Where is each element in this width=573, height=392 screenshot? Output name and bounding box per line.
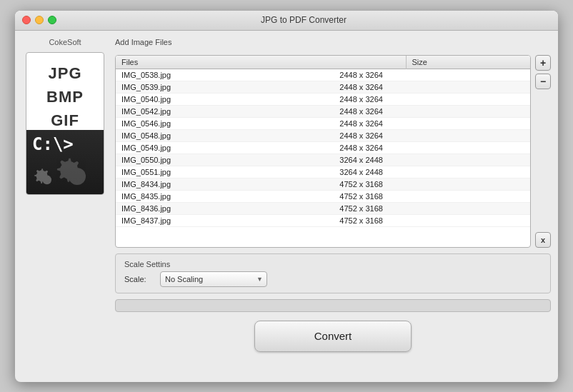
- table-row[interactable]: IMG_0549.jpg2448 x 3264: [116, 141, 530, 154]
- format-gif: GIF: [51, 109, 79, 132]
- table-row[interactable]: IMG_0551.jpg3264 x 2448: [116, 166, 530, 178]
- table-row[interactable]: IMG_0550.jpg3264 x 2448: [116, 154, 530, 166]
- col-files: Files: [116, 56, 406, 69]
- file-table-scroll[interactable]: IMG_0538.jpg2448 x 3264IMG_0539.jpg2448 …: [116, 69, 530, 244]
- scale-label: Scale:: [124, 275, 153, 283]
- minimize-button[interactable]: [35, 16, 44, 24]
- table-row[interactable]: IMG_8435.jpg4752 x 3168: [116, 190, 530, 202]
- file-size: 2448 x 3264: [334, 81, 530, 93]
- file-table-body: IMG_0538.jpg2448 x 3264IMG_0539.jpg2448 …: [116, 69, 530, 227]
- file-name: IMG_8436.jpg: [116, 202, 334, 214]
- file-list-section: Files Size IMG_0538.jpg2448 x 3264IMG_05…: [115, 55, 551, 248]
- file-size: 4752 x 3168: [334, 214, 530, 226]
- top-buttons: + −: [535, 55, 551, 89]
- scale-section: Scale Settins Scale: No ScalingFit to Pa…: [115, 253, 551, 293]
- file-size: 3264 x 2448: [334, 154, 530, 166]
- sidebar-image: C:\>: [26, 130, 104, 194]
- file-size: 2448 x 3264: [334, 93, 530, 105]
- sidebar-card: JPG BMP GIF PNG TIFF C:\>: [26, 52, 104, 195]
- table-row[interactable]: IMG_8434.jpg4752 x 3168: [116, 178, 530, 190]
- file-size: 4752 x 3168: [334, 202, 530, 214]
- progress-bar: [115, 299, 551, 312]
- main-window: JPG to PDF Converter CokeSoft JPG BMP GI…: [15, 11, 558, 382]
- titlebar: JPG to PDF Converter: [15, 11, 558, 31]
- file-name: IMG_0540.jpg: [116, 93, 334, 105]
- scale-row: Scale: No ScalingFit to PageFit WidthFit…: [124, 271, 542, 287]
- scale-section-label: Scale Settins: [124, 260, 542, 268]
- file-name: IMG_8437.jpg: [116, 214, 334, 226]
- table-row[interactable]: IMG_0546.jpg2448 x 3264: [116, 117, 530, 129]
- table-row[interactable]: IMG_8437.jpg4752 x 3168: [116, 214, 530, 226]
- file-name: IMG_0551.jpg: [116, 166, 334, 178]
- maximize-button[interactable]: [48, 16, 56, 24]
- table-row[interactable]: IMG_0538.jpg2448 x 3264: [116, 69, 530, 81]
- table-row[interactable]: IMG_0540.jpg2448 x 3264: [116, 93, 530, 105]
- file-size: 2448 x 3264: [334, 129, 530, 141]
- file-list-buttons: + − x: [535, 55, 551, 248]
- window-title: JPG to PDF Converter: [56, 15, 551, 25]
- file-size: 3264 x 2448: [334, 166, 530, 178]
- sidebar: CokeSoft JPG BMP GIF PNG TIFF C:\>: [22, 38, 108, 375]
- close-button[interactable]: [22, 16, 31, 24]
- brand-label: CokeSoft: [49, 38, 81, 46]
- clear-files-button[interactable]: x: [535, 232, 551, 248]
- file-table-container: Files Size IMG_0538.jpg2448 x 3264IMG_05…: [115, 55, 531, 248]
- file-size: 2448 x 3264: [334, 69, 530, 81]
- files-section-label: Add Image Files: [115, 38, 551, 46]
- add-file-button[interactable]: +: [535, 55, 551, 71]
- table-row[interactable]: IMG_0548.jpg2448 x 3264: [116, 129, 530, 141]
- file-name: IMG_0549.jpg: [116, 141, 334, 154]
- scale-select-wrapper: No ScalingFit to PageFit WidthFit Height…: [160, 271, 267, 287]
- gear-icon-small: [30, 162, 66, 194]
- content-area: CokeSoft JPG BMP GIF PNG TIFF C:\>: [15, 31, 558, 382]
- file-name: IMG_0539.jpg: [116, 81, 334, 93]
- file-size: 4752 x 3168: [334, 190, 530, 202]
- remove-file-button[interactable]: −: [535, 74, 551, 89]
- file-name: IMG_0550.jpg: [116, 154, 334, 166]
- file-size: 2448 x 3264: [334, 105, 530, 117]
- file-table: Files Size: [116, 56, 530, 69]
- file-name: IMG_8435.jpg: [116, 190, 334, 202]
- file-size: 2448 x 3264: [334, 141, 530, 154]
- file-name: IMG_0542.jpg: [116, 105, 334, 117]
- file-name: IMG_8434.jpg: [116, 178, 334, 190]
- format-jpg: JPG: [48, 61, 81, 85]
- table-row[interactable]: IMG_0539.jpg2448 x 3264: [116, 81, 530, 93]
- convert-button[interactable]: Convert: [254, 321, 412, 352]
- table-row[interactable]: IMG_8436.jpg4752 x 3168: [116, 202, 530, 214]
- table-row[interactable]: IMG_0542.jpg2448 x 3264: [116, 105, 530, 117]
- format-bmp: BMP: [46, 85, 84, 109]
- col-size: Size: [406, 56, 530, 69]
- file-size: 2448 x 3264: [334, 117, 530, 129]
- file-size: 4752 x 3168: [334, 178, 530, 190]
- file-name: IMG_0538.jpg: [116, 69, 334, 81]
- main-area: Add Image Files Files Size: [115, 38, 551, 375]
- scale-select[interactable]: No ScalingFit to PageFit WidthFit Height…: [160, 271, 267, 287]
- file-name: IMG_0546.jpg: [116, 117, 334, 129]
- convert-section: Convert: [115, 318, 551, 355]
- traffic-lights: [22, 16, 56, 24]
- file-name: IMG_0548.jpg: [116, 129, 334, 141]
